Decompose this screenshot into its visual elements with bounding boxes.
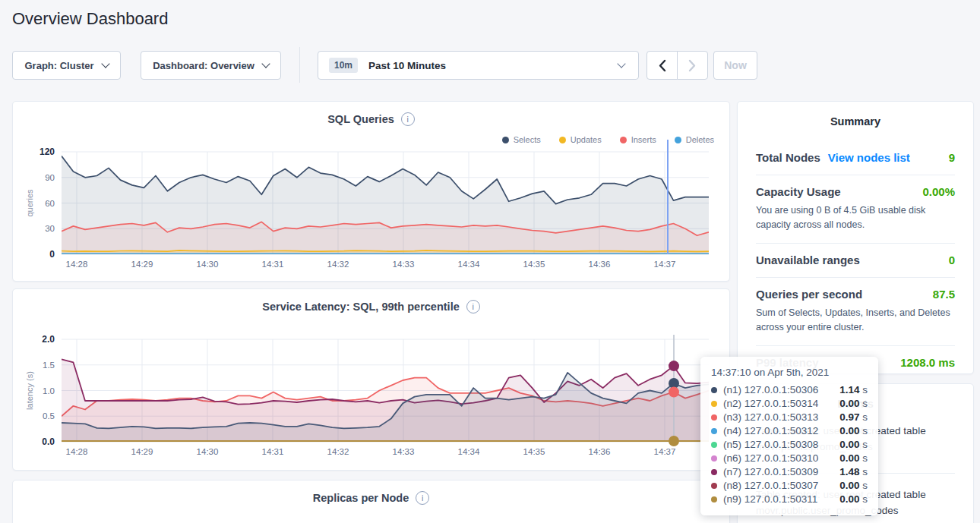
svg-text:14:32: 14:32	[327, 260, 349, 269]
svg-text:14:29: 14:29	[131, 260, 153, 269]
p99-latency-value: 1208.0 ms	[900, 356, 955, 369]
sql-queries-chart[interactable]: 030609012014:2814:2914:3014:3114:3214:33…	[13, 102, 729, 281]
summary-panel: Summary Total Nodes View nodes list 9 Ca…	[737, 101, 974, 374]
total-nodes-value: 9	[949, 151, 955, 164]
chevron-down-icon	[261, 59, 270, 68]
summary-row-capacity: Capacity Usage 0.00% You are using 0 B o…	[756, 175, 955, 243]
svg-text:queries: queries	[25, 189, 34, 217]
node-dot-icon	[711, 442, 717, 448]
svg-text:14:30: 14:30	[197, 260, 219, 269]
node-dot-icon	[711, 469, 717, 475]
page-title: Overview Dashboard	[12, 9, 168, 29]
service-latency-chart[interactable]: 0.00.51.01.52.014:2814:2914:3014:3114:32…	[13, 289, 729, 470]
capacity-usage-desc: You are using 0 B of 4.5 GiB usable disk…	[756, 203, 955, 232]
node-dot-icon	[711, 428, 717, 434]
unavailable-ranges-value: 0	[949, 254, 955, 266]
svg-text:14:33: 14:33	[393, 447, 415, 456]
service-latency-card: Service Latency: SQL, 99th percentile i …	[12, 288, 730, 471]
chevron-down-icon	[101, 59, 109, 68]
svg-text:14:31: 14:31	[262, 447, 284, 456]
summary-title: Summary	[756, 115, 955, 128]
capacity-usage-value: 0.00%	[922, 185, 955, 198]
dashboard-label: Dashboard: Overview	[153, 60, 254, 71]
svg-text:14:36: 14:36	[589, 260, 611, 269]
node-dot-icon	[711, 483, 717, 489]
chevron-down-icon	[617, 59, 625, 68]
chart-hover-tooltip: 14:37:10 on Apr 5th, 2021 (n1) 127.0.0.1…	[700, 357, 878, 515]
time-now-button[interactable]: Now	[713, 51, 757, 80]
node-dot-icon	[711, 387, 717, 393]
svg-text:latency (s): latency (s)	[25, 371, 34, 410]
svg-text:14:32: 14:32	[327, 447, 349, 456]
time-prev-button[interactable]	[646, 51, 678, 80]
svg-text:2.0: 2.0	[42, 334, 55, 345]
view-nodes-list-link[interactable]: View nodes list	[828, 151, 910, 164]
svg-text:14:28: 14:28	[66, 260, 88, 269]
unavailable-ranges-label: Unavailable ranges	[756, 254, 860, 266]
info-icon[interactable]: i	[416, 491, 429, 505]
tooltip-row-n4: (n4) 127.0.0.1:503120.00 s	[711, 424, 868, 438]
tooltip-row-n9: (n9) 127.0.0.1:503110.00 s	[711, 493, 868, 506]
dashboard-dropdown[interactable]: Dashboard: Overview	[141, 51, 281, 80]
svg-text:90: 90	[45, 173, 55, 182]
tooltip-row-n7: (n7) 127.0.0.1:503091.48 s	[711, 465, 868, 479]
svg-text:30: 30	[45, 224, 55, 233]
svg-text:14:33: 14:33	[393, 260, 415, 269]
svg-text:14:34: 14:34	[458, 447, 480, 456]
capacity-usage-label: Capacity Usage	[756, 185, 841, 198]
svg-text:14:35: 14:35	[523, 260, 545, 269]
svg-text:14:37: 14:37	[654, 447, 676, 456]
graph-scope-dropdown[interactable]: Graph: Cluster	[12, 51, 121, 80]
total-nodes-label: Total Nodes	[756, 151, 820, 164]
tooltip-row-n8: (n8) 127.0.0.1:503070.00 s	[711, 479, 868, 493]
tooltip-row-n6: (n6) 127.0.0.1:503100.00 s	[711, 452, 868, 465]
svg-text:0: 0	[49, 249, 55, 260]
replicas-per-node-card: Replicas per Node i	[12, 480, 730, 523]
svg-text:14:31: 14:31	[262, 260, 284, 269]
sql-queries-card: SQL Queries i Selects Updates Inserts De…	[12, 101, 730, 282]
summary-row-qps: Queries per second 87.5 Sum of Selects, …	[756, 277, 955, 345]
svg-text:1.5: 1.5	[43, 361, 55, 370]
qps-desc: Sum of Selects, Updates, Inserts, and De…	[756, 306, 955, 335]
overview-dashboard-page: Overview Dashboard Graph: Cluster Dashbo…	[0, 0, 980, 523]
svg-text:120: 120	[40, 147, 55, 157]
svg-text:1.0: 1.0	[43, 386, 55, 395]
svg-text:60: 60	[45, 199, 55, 208]
time-range-label: Past 10 Minutes	[368, 60, 610, 71]
tooltip-timestamp: 14:37:10 on Apr 5th, 2021	[711, 367, 868, 378]
summary-row-unavailable-ranges: Unavailable ranges 0	[756, 243, 955, 277]
replicas-chart-title: Replicas per Node	[313, 492, 409, 504]
svg-text:0.5: 0.5	[43, 411, 55, 421]
time-range-badge: 10m	[329, 58, 358, 73]
chevron-left-icon	[658, 59, 666, 72]
node-dot-icon	[711, 401, 717, 407]
tooltip-row-n5: (n5) 127.0.0.1:503080.00 s	[711, 438, 868, 452]
time-range-dropdown[interactable]: 10m Past 10 Minutes	[318, 51, 639, 80]
tooltip-row-n3: (n3) 127.0.0.1:503130.97 s	[711, 411, 868, 424]
svg-text:14:37: 14:37	[654, 260, 676, 269]
svg-text:14:30: 14:30	[197, 447, 219, 456]
svg-text:14:34: 14:34	[458, 260, 480, 269]
svg-text:14:29: 14:29	[131, 447, 153, 456]
svg-text:14:28: 14:28	[66, 447, 88, 456]
summary-row-total-nodes: Total Nodes View nodes list 9	[756, 128, 955, 175]
time-next-button[interactable]	[677, 51, 708, 80]
svg-text:0.0: 0.0	[42, 436, 55, 447]
qps-label: Queries per second	[756, 288, 862, 301]
node-dot-icon	[711, 414, 717, 421]
qps-value: 87.5	[933, 288, 955, 301]
svg-text:14:35: 14:35	[523, 447, 545, 456]
toolbar-divider	[299, 47, 300, 83]
node-dot-icon	[711, 496, 717, 503]
tooltip-row-n2: (n2) 127.0.0.1:503140.00 s	[711, 397, 868, 411]
svg-text:14:36: 14:36	[589, 447, 611, 456]
node-dot-icon	[711, 455, 717, 462]
graph-scope-label: Graph: Cluster	[24, 60, 93, 71]
chevron-right-icon	[688, 59, 697, 72]
tooltip-row-n1: (n1) 127.0.0.1:503061.14 s	[711, 383, 868, 397]
